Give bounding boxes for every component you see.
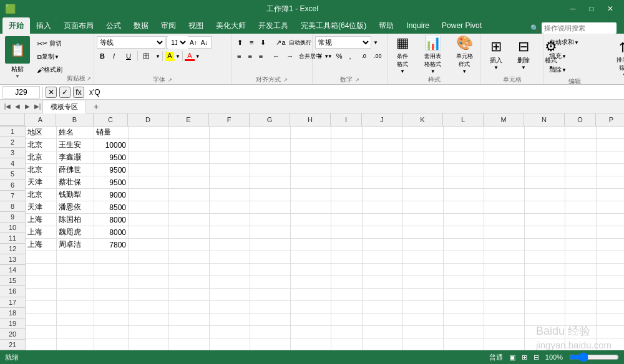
wrap-text-button[interactable]: 自动换行: [287, 36, 313, 49]
cell-I2[interactable]: [331, 139, 363, 151]
cell-O10[interactable]: [565, 239, 597, 251]
cell-C13[interactable]: [94, 276, 129, 289]
cell-N5[interactable]: [525, 176, 565, 189]
maximize-button[interactable]: □: [583, 2, 600, 15]
cell-J7[interactable]: [363, 201, 403, 214]
row-header-11[interactable]: 11: [0, 233, 25, 244]
cell-C14[interactable]: [94, 289, 129, 301]
cell-E5[interactable]: [169, 176, 210, 189]
cell-P5[interactable]: [597, 176, 624, 189]
row-header-4[interactable]: 4: [0, 158, 25, 169]
row-header-19[interactable]: 19: [0, 318, 25, 329]
cell-J14[interactable]: [363, 289, 403, 301]
cell-D18[interactable]: [129, 338, 169, 350]
cell-I5[interactable]: [331, 176, 363, 189]
row-header-1[interactable]: 1: [0, 127, 25, 137]
tab-insert[interactable]: 插入: [30, 17, 57, 34]
cell-J15[interactable]: [363, 301, 403, 314]
cell-B18[interactable]: [57, 338, 94, 350]
cell-D15[interactable]: [129, 301, 169, 314]
cell-K9[interactable]: [403, 226, 444, 239]
cell-F3[interactable]: [210, 151, 250, 164]
cell-a1[interactable]: 地区: [26, 127, 57, 139]
cell-K14[interactable]: [403, 289, 444, 301]
cell-D9[interactable]: [129, 226, 169, 239]
cell-L8[interactable]: [444, 214, 484, 226]
cell-C2[interactable]: 10000: [94, 139, 129, 151]
cell-O4[interactable]: [565, 164, 597, 176]
cell-C12[interactable]: [94, 264, 129, 276]
cell-I11[interactable]: [331, 251, 363, 264]
rotate-text-button[interactable]: ↗a: [273, 36, 286, 49]
view-layout-icon[interactable]: ⊞: [522, 353, 527, 362]
cell-N18[interactable]: [525, 338, 565, 350]
cell-K15[interactable]: [403, 301, 444, 314]
cell-A4[interactable]: 北京: [26, 164, 57, 176]
cell-E8[interactable]: [169, 214, 210, 226]
col-header-i[interactable]: I: [331, 113, 362, 126]
sheet-nav-last[interactable]: ▶|: [32, 102, 42, 112]
cell-A14[interactable]: [26, 289, 57, 301]
cell-A18[interactable]: [26, 338, 57, 350]
cell-J12[interactable]: [363, 264, 403, 276]
cell-F17[interactable]: [210, 326, 250, 338]
col-header-b[interactable]: B: [56, 113, 94, 126]
cell-C3[interactable]: 9500: [94, 151, 129, 164]
cell-M10[interactable]: [484, 239, 525, 251]
cell-G16[interactable]: [250, 314, 291, 326]
cell-B16[interactable]: [57, 314, 94, 326]
cell-H18[interactable]: [291, 338, 331, 350]
cell-N14[interactable]: [525, 289, 565, 301]
cell-K2[interactable]: [403, 139, 444, 151]
cell-B7[interactable]: 潘恩依: [57, 201, 94, 214]
cell-K8[interactable]: [403, 214, 444, 226]
row-header-2[interactable]: 2: [0, 137, 25, 148]
delete-cells-button[interactable]: ⊟ 删除 ▼: [511, 37, 536, 73]
cell-D2[interactable]: [129, 139, 169, 151]
cell-p1[interactable]: [597, 127, 624, 139]
tab-inquire[interactable]: Inquire: [400, 17, 436, 34]
cell-O9[interactable]: [565, 226, 597, 239]
cell-m1[interactable]: [484, 127, 525, 139]
sheet-tab-template[interactable]: 模板专区: [42, 100, 86, 113]
cell-G14[interactable]: [250, 289, 291, 301]
cell-D6[interactable]: [129, 189, 169, 201]
cell-I10[interactable]: [331, 239, 363, 251]
row-header-8[interactable]: 8: [0, 201, 25, 212]
cell-b1[interactable]: 姓名: [57, 127, 94, 139]
cell-F11[interactable]: [210, 251, 250, 264]
cell-P7[interactable]: [597, 201, 624, 214]
cell-H14[interactable]: [291, 289, 331, 301]
view-page-break-icon[interactable]: ⊟: [534, 353, 539, 362]
cell-B6[interactable]: 钱勤犁: [57, 189, 94, 201]
cell-C18[interactable]: [94, 338, 129, 350]
cell-L16[interactable]: [444, 314, 484, 326]
tab-complete[interactable]: 完美工具箱(64位版): [295, 17, 373, 34]
paste-dropdown[interactable]: ▼: [15, 74, 20, 79]
col-header-p[interactable]: P: [596, 113, 624, 126]
align-top-button[interactable]: ⬆: [234, 36, 246, 49]
col-header-m[interactable]: M: [484, 113, 524, 126]
currency-button[interactable]: ¥: [315, 50, 327, 62]
cell-F16[interactable]: [210, 314, 250, 326]
cell-G2[interactable]: [250, 139, 291, 151]
cell-C10[interactable]: 7800: [94, 239, 129, 251]
cell-I18[interactable]: [331, 338, 363, 350]
cell-I12[interactable]: [331, 264, 363, 276]
row-header-10[interactable]: 10: [0, 223, 25, 233]
cell-P6[interactable]: [597, 189, 624, 201]
cell-K5[interactable]: [403, 176, 444, 189]
cell-E3[interactable]: [169, 151, 210, 164]
confirm-formula-button[interactable]: ✓: [59, 87, 71, 98]
font-size-up-button[interactable]: A↑: [188, 37, 199, 48]
cell-M5[interactable]: [484, 176, 525, 189]
insert-cells-button[interactable]: ⊞ 插入 ▼: [484, 37, 509, 73]
cell-E15[interactable]: [169, 301, 210, 314]
cell-L6[interactable]: [444, 189, 484, 201]
cell-C16[interactable]: [94, 314, 129, 326]
cell-M12[interactable]: [484, 264, 525, 276]
underline-button[interactable]: U: [123, 50, 135, 62]
col-header-f[interactable]: F: [209, 113, 250, 126]
cell-C4[interactable]: 9500: [94, 164, 129, 176]
row-header-21[interactable]: 21: [0, 340, 25, 350]
